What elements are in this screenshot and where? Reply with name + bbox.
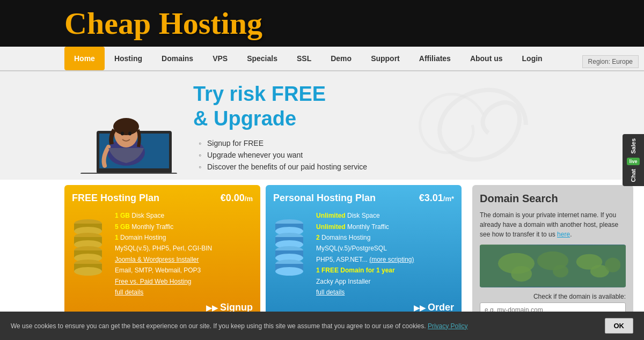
- more-scripting-link[interactable]: (more scripting): [369, 256, 414, 263]
- personal-installer: Zacky App Installer: [316, 276, 454, 287]
- hero-feature-2: Upgrade whenever you want: [199, 151, 633, 159]
- nav-ssl[interactable]: SSL: [287, 47, 321, 70]
- cms-link[interactable]: Joomla & Wordpress Installer: [115, 256, 199, 263]
- nav-about[interactable]: About us: [460, 47, 513, 70]
- personal-plan-details: Unlimited Disk Space Unlimited Monthly T…: [316, 210, 454, 298]
- nav-support[interactable]: Support: [361, 47, 409, 70]
- sales-chat[interactable]: Sales live Chat: [623, 134, 644, 186]
- main-wrapper: Home Hosting Domains VPS Specials SSL De…: [0, 47, 644, 340]
- hero-features: Signup for FREE Upgrade whenever you wan…: [199, 139, 633, 171]
- nav-specials[interactable]: Specials: [237, 47, 287, 70]
- personal-details-link[interactable]: full details: [316, 289, 345, 296]
- svg-rect-2: [80, 173, 177, 174]
- nav-demo[interactable]: Demo: [321, 47, 361, 70]
- svg-point-19: [74, 267, 102, 276]
- svg-point-39: [605, 258, 620, 272]
- svg-point-5: [113, 118, 139, 135]
- personal-plan-icon: [273, 210, 311, 298]
- svg-point-7: [128, 132, 131, 136]
- personal-tech: MySQL(v.5)/PostgreSQL: [316, 243, 454, 254]
- nav-bar: Home Hosting Domains VPS Specials SSL De…: [0, 47, 644, 71]
- server-icon-personal: [273, 210, 305, 280]
- order-button[interactable]: Order: [273, 298, 454, 313]
- compare-link[interactable]: Free vs. Paid Web Hosting: [115, 278, 192, 285]
- cookie-ok-button[interactable]: OK: [605, 318, 634, 334]
- logo: Cheap Hosting: [64, 5, 633, 41]
- domain-search-desc: The domain is your private internet name…: [480, 210, 626, 239]
- cookie-bar-text: We use cookies to ensure you can get the…: [11, 322, 599, 330]
- logo-cheap: Cheap: [64, 6, 151, 41]
- svg-point-34: [511, 266, 532, 282]
- chat-label: Chat: [630, 169, 636, 182]
- nav-login[interactable]: Login: [513, 47, 552, 70]
- free-disk-size: 1 GB: [115, 212, 130, 219]
- sales-label: Sales: [630, 138, 636, 154]
- personal-domains-count: 2: [316, 234, 320, 241]
- domain-check-label: Check if the domain is available:: [480, 293, 626, 300]
- hero-image: [64, 83, 193, 174]
- hero-section: Try risk FREE & Upgrade Signup for FREE …: [0, 71, 644, 180]
- live-badge: live: [627, 158, 639, 165]
- domain-search-title: Domain Search: [480, 193, 626, 205]
- nav-vps[interactable]: VPS: [203, 47, 237, 70]
- free-details-link[interactable]: full details: [115, 289, 143, 296]
- nav-hosting[interactable]: Hosting: [105, 47, 152, 70]
- free-domains-count: 1: [115, 234, 119, 241]
- svg-point-31: [275, 267, 303, 276]
- server-icon-free: [72, 210, 104, 280]
- personal-plan-price: €3.01/m*: [419, 193, 454, 204]
- svg-point-6: [121, 132, 124, 136]
- free-email: Email, SMTP, Webmail, POP3: [115, 265, 253, 276]
- person-svg: [64, 83, 193, 174]
- free-plan-price: €0.00/m: [221, 193, 253, 204]
- nav-domains[interactable]: Domains: [152, 47, 203, 70]
- free-traffic-size: 5 GB: [115, 223, 130, 231]
- signup-button[interactable]: Signup: [72, 298, 253, 313]
- privacy-policy-link[interactable]: Privacy Policy: [428, 322, 468, 330]
- nav-home[interactable]: Home: [64, 47, 105, 70]
- free-plan-details: 1 GB Disk Space 5 GB Monthly Traffic 1 D…: [115, 210, 253, 298]
- free-plan-name: FREE Hosting Plan: [72, 193, 159, 204]
- world-map-svg: [480, 245, 626, 287]
- hero-feature-1: Signup for FREE: [199, 139, 633, 147]
- hero-title-line1: Try risk FREE: [193, 83, 326, 105]
- free-domain-offer: 1 FREE Domain for 1 year: [316, 265, 454, 276]
- personal-disk-size: Unlimited: [316, 212, 346, 219]
- cookie-bar: We use cookies to ensure you can get the…: [0, 312, 644, 340]
- free-plan-icon: [72, 210, 109, 298]
- transfer-link[interactable]: here: [557, 231, 570, 238]
- logo-hosting: Hosting: [159, 6, 262, 41]
- hero-feature-3: Discover the benefits of our paid hostin…: [199, 162, 633, 171]
- region-label: Region: Europe: [582, 55, 639, 68]
- nav-affiliates[interactable]: Affiliates: [409, 47, 460, 70]
- personal-traffic-size: Unlimited: [316, 223, 346, 231]
- personal-plan-name: Personal Hosting Plan: [273, 193, 376, 204]
- free-tech: MySQL(v.5), PHP5, Perl, CGI-BIN: [115, 243, 253, 254]
- svg-point-36: [553, 265, 568, 277]
- world-map: [480, 245, 626, 287]
- personal-scripting: PHP5, ASP.NET...: [316, 256, 368, 263]
- header: Cheap Hosting: [0, 0, 644, 47]
